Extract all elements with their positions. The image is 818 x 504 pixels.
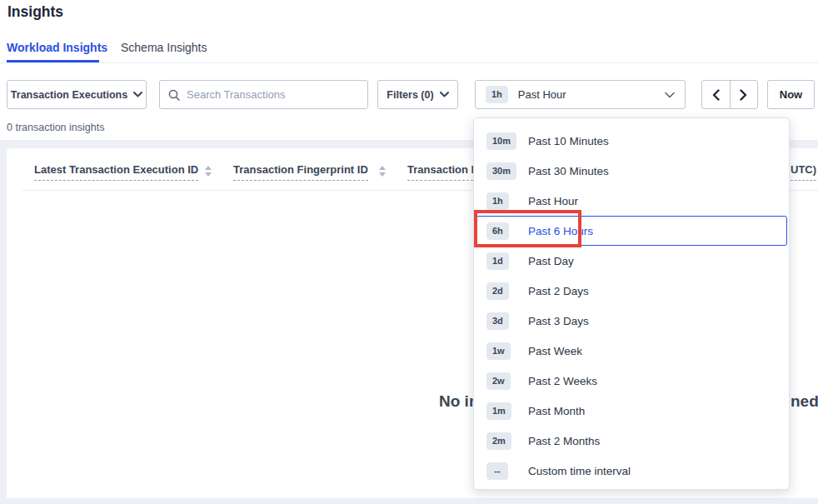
interval-badge: 1m [486,402,511,420]
interval-badge: 2w [486,372,511,390]
time-nav-group [701,80,758,109]
chevron-down-icon [133,92,142,97]
now-button[interactable]: Now [767,80,815,109]
search-input[interactable] [187,88,359,101]
interval-badge: 1w [486,342,511,360]
dropdown-item-past-2-days[interactable]: 2d Past 2 Days [476,276,787,306]
previous-interval-button[interactable] [702,81,731,108]
search-icon [168,89,180,101]
dropdown-item-past-2-months[interactable]: 2m Past 2 Months [476,426,787,456]
empty-state-text-right: ned. [791,392,818,411]
column-header-start-time-utc[interactable]: UTC) [791,163,816,181]
insight-type-select[interactable]: Transaction Executions [7,80,147,109]
dropdown-item-past-3-days[interactable]: 3d Past 3 Days [476,306,787,336]
dropdown-item-past-hour[interactable]: 1h Past Hour [476,186,787,216]
sort-icon[interactable] [379,166,386,177]
tabs-divider [0,62,818,63]
interval-badge: 1h [486,192,509,210]
dropdown-item-past-2-weeks[interactable]: 2w Past 2 Weeks [476,366,787,396]
interval-badge: 1d [486,252,509,270]
filters-button-label: Filters (0) [387,89,433,101]
chevron-down-icon [440,92,449,97]
next-interval-button[interactable] [731,81,758,108]
interval-label: Past Hour [528,195,578,207]
column-header-transaction-fingerprint-id[interactable]: Transaction Fingerprint ID [233,163,368,181]
interval-badge: 2m [486,432,511,450]
time-interval-label: Past Hour [518,88,566,101]
column-header-transaction-execution[interactable]: Transaction Ex [407,163,473,181]
time-interval-select[interactable]: 1h Past Hour [475,80,686,109]
interval-badge: 6h [486,222,509,240]
interval-label: Past Week [528,345,582,357]
results-count: 0 transaction insights [7,122,104,133]
filters-button[interactable]: Filters (0) [377,80,458,109]
chevron-right-icon [740,89,747,101]
page-title: Insights [7,3,63,21]
dropdown-item-past-6-hours[interactable]: 6h Past 6 Hours [476,216,787,246]
interval-label: Custom time interval [528,465,631,477]
search-box[interactable] [159,80,368,109]
dropdown-item-past-month[interactable]: 1m Past Month [476,396,787,426]
dropdown-item-custom-time-interval[interactable]: -- Custom time interval [476,456,787,486]
tab-schema-insights[interactable]: Schema Insights [121,41,207,54]
column-header-latest-transaction-execution-id[interactable]: Latest Transaction Execution ID [34,163,198,181]
insight-type-select-label: Transaction Executions [11,89,127,101]
insights-page: Insights Workload Insights Schema Insigh… [0,0,818,504]
interval-label: Past 30 Minutes [528,165,609,177]
interval-badge: 3d [486,312,509,330]
interval-label: Past 2 Months [528,435,600,447]
interval-label: Past 10 Minutes [528,135,609,147]
dropdown-item-past-day[interactable]: 1d Past Day [476,246,787,276]
interval-badge: -- [486,462,508,480]
dropdown-item-past-10-minutes[interactable]: 10m Past 10 Minutes [476,126,787,156]
interval-badge: 2d [486,282,509,300]
chevron-down-icon [665,92,675,98]
interval-label: Past 3 Days [528,315,589,327]
sort-icon[interactable] [205,166,212,177]
interval-badge: 30m [486,162,516,180]
chevron-left-icon [712,89,720,101]
dropdown-item-past-week[interactable]: 1w Past Week [476,336,787,366]
interval-label: Past 2 Days [528,285,589,297]
interval-label: Past 6 Hours [528,225,593,237]
interval-badge: 10m [486,132,516,150]
interval-label: Past Month [528,405,585,417]
time-interval-badge: 1h [486,86,508,103]
time-interval-dropdown: 10m Past 10 Minutes 30m Past 30 Minutes … [473,117,790,490]
dropdown-item-past-30-minutes[interactable]: 30m Past 30 Minutes [476,156,787,186]
interval-label: Past Day [528,255,574,267]
tab-workload-insights[interactable]: Workload Insights [7,41,107,54]
now-button-label: Now [780,88,802,101]
interval-label: Past 2 Weeks [528,375,597,387]
